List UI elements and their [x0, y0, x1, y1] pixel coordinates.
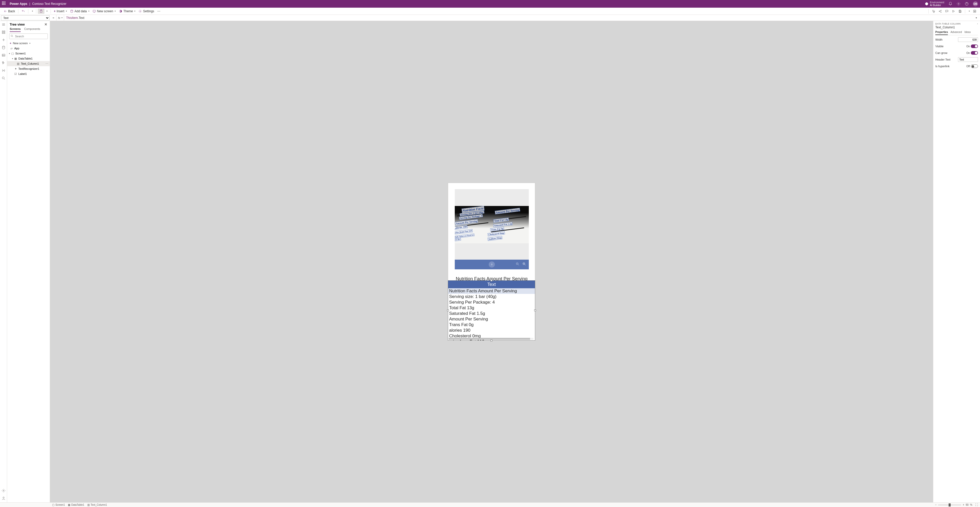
- variables-icon[interactable]: [2, 69, 6, 73]
- tree-view-title: Tree view: [10, 22, 25, 26]
- save-menu[interactable]: ▾: [967, 9, 971, 13]
- table-row[interactable]: Total Fat 13g: [448, 305, 535, 311]
- zoom-out-button[interactable]: −: [935, 504, 937, 506]
- table-row[interactable]: alories 190: [448, 328, 535, 333]
- settings-button[interactable]: Settings: [137, 9, 156, 14]
- settings-icon[interactable]: [956, 2, 961, 6]
- back-button[interactable]: Back: [2, 9, 17, 14]
- ask-virtual-agent-icon[interactable]: [2, 496, 6, 501]
- share-button[interactable]: [937, 9, 943, 14]
- table-row[interactable]: Amount Per Serving: [448, 316, 535, 322]
- help-icon[interactable]: [965, 2, 969, 6]
- svg-point-8: [140, 11, 141, 12]
- tab-components[interactable]: Components: [24, 27, 40, 32]
- tree-item-screen1[interactable]: ▾ ▢ Screen1: [7, 51, 50, 56]
- hamburger-icon[interactable]: [2, 22, 6, 27]
- tree-item-textrecognizer1[interactable]: ✦ TextRecognizer1: [7, 66, 50, 71]
- settings-rail-icon[interactable]: [2, 489, 6, 493]
- text-recognizer-control[interactable]: Nutrition Facts Amount Per Serving Servi…: [455, 189, 529, 269]
- tree-new-screen[interactable]: + New screen ▾: [7, 41, 50, 46]
- media-rail-icon[interactable]: [2, 53, 6, 57]
- tab-ideas[interactable]: Ideas: [964, 31, 970, 35]
- svg-point-18: [2, 46, 5, 47]
- more-icon[interactable]: ⋯: [45, 62, 48, 65]
- zoom-slider[interactable]: [938, 505, 961, 505]
- undo-menu[interactable]: ▾: [30, 9, 35, 13]
- visible-toggle[interactable]: On: [966, 45, 978, 48]
- insert-rail-icon[interactable]: [2, 38, 6, 42]
- stethoscope-icon: [932, 10, 935, 13]
- data-table-control[interactable]: Text Nutrition Facts Amount Per Serving …: [448, 281, 535, 340]
- environment-icon: [925, 2, 928, 6]
- zoom-value: 90: [966, 504, 969, 506]
- notifications-icon[interactable]: [948, 2, 953, 6]
- paste-button[interactable]: [38, 9, 45, 14]
- tree-item-app[interactable]: ▱ App: [7, 46, 50, 51]
- environment-picker[interactable]: Environment AI Builder: [925, 1, 944, 6]
- breadcrumb-table[interactable]: ▦ DataTable1: [68, 504, 84, 506]
- publish-icon: [973, 10, 977, 13]
- zoom-in-icon[interactable]: [522, 262, 526, 267]
- new-screen-label: New screen: [13, 41, 27, 45]
- app-preview: Nutrition Facts Amount Per Serving Servi…: [448, 183, 535, 340]
- tab-screens[interactable]: Screens: [10, 27, 21, 32]
- selection-name: Text_Column1: [935, 26, 978, 29]
- resize-handle[interactable]: [447, 309, 449, 311]
- zoom-out-icon[interactable]: [515, 262, 520, 267]
- undo-button[interactable]: [20, 9, 27, 14]
- zoom-in-button[interactable]: +: [963, 504, 964, 506]
- tree-view-icon[interactable]: [2, 30, 6, 34]
- table-row[interactable]: Saturated Fat 1.5g: [448, 311, 535, 316]
- property-selector[interactable]: Text: [1, 15, 49, 21]
- table-row[interactable]: Nutrition Facts Amount Per Serving: [448, 288, 535, 294]
- tree-search-input[interactable]: [9, 33, 48, 39]
- new-screen-button[interactable]: New screen ▾: [91, 9, 117, 14]
- upload-image-button[interactable]: [489, 261, 495, 268]
- publish-button[interactable]: [971, 9, 978, 14]
- breadcrumb-column[interactable]: ▥ Text_Column1: [88, 504, 107, 506]
- expand-formula-icon[interactable]: ▾: [972, 16, 980, 19]
- tree-item-datatable1[interactable]: ▾ ▦ DataTable1: [7, 56, 50, 61]
- app-launcher-icon[interactable]: [2, 2, 6, 6]
- save-button[interactable]: [957, 9, 963, 14]
- breadcrumb-screen[interactable]: ▢ Screen1: [52, 504, 65, 506]
- width-input[interactable]: [958, 37, 978, 42]
- table-row[interactable]: Trans Fat 0g: [448, 322, 535, 328]
- paste-menu[interactable]: ▾: [45, 9, 49, 13]
- env-name: AI Builder: [930, 4, 944, 6]
- table-row[interactable]: Serving size: 1 bar (40g): [448, 294, 535, 300]
- separator: |: [29, 2, 30, 6]
- fit-to-window-icon[interactable]: ⛶: [975, 504, 978, 506]
- add-data-button[interactable]: Add data ▾: [68, 9, 91, 14]
- resize-handle[interactable]: [534, 309, 536, 311]
- power-automate-icon[interactable]: [2, 61, 6, 65]
- formula-input[interactable]: ThisItem.Text: [64, 16, 972, 20]
- header-text-input[interactable]: [958, 57, 978, 62]
- expand-right-panel-icon[interactable]: ›: [977, 22, 978, 25]
- insert-button[interactable]: + Insert ▾: [52, 9, 68, 14]
- app-checker-button[interactable]: [930, 9, 937, 14]
- resize-handle[interactable]: [490, 279, 492, 281]
- svg-rect-15: [4, 31, 5, 32]
- cangrow-toggle[interactable]: On: [966, 51, 978, 55]
- fx-label[interactable]: fx▾: [56, 15, 64, 21]
- tree-item-text-column1[interactable]: ▥ Text_Column1 ⋯: [7, 61, 50, 66]
- resize-handle[interactable]: [490, 340, 492, 341]
- column-header[interactable]: Text: [448, 281, 535, 288]
- hyperlink-toggle[interactable]: Off: [966, 64, 978, 68]
- app-icon: ▱: [10, 47, 13, 50]
- tree-item-label1[interactable]: ☑ Label1: [7, 71, 50, 77]
- comments-button[interactable]: [943, 9, 950, 14]
- tab-properties[interactable]: Properties: [935, 31, 948, 35]
- search-rail-icon[interactable]: [2, 76, 6, 80]
- close-tree-icon[interactable]: ✕: [45, 22, 47, 26]
- user-avatar[interactable]: DB: [973, 1, 978, 6]
- table-row[interactable]: Serving Per Package: 4: [448, 300, 535, 305]
- overflow-button[interactable]: ⋯: [156, 9, 162, 14]
- canvas[interactable]: Nutrition Facts Amount Per Serving Servi…: [50, 21, 933, 502]
- preview-button[interactable]: [950, 9, 957, 14]
- theme-button[interactable]: Theme ▾: [117, 9, 137, 14]
- brand-label: Power Apps: [10, 2, 27, 6]
- data-rail-icon[interactable]: [2, 46, 6, 49]
- tab-advanced[interactable]: Advanced: [950, 31, 962, 35]
